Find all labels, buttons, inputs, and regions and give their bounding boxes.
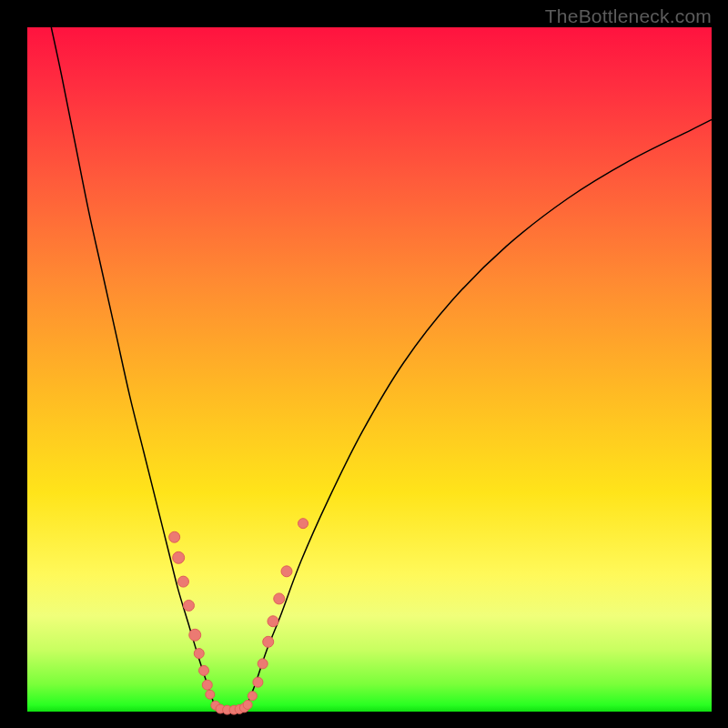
data-point bbox=[253, 677, 263, 687]
data-point-group bbox=[169, 519, 308, 714]
chart-container: TheBottleneck.com bbox=[0, 0, 728, 728]
data-point bbox=[177, 576, 188, 587]
data-point bbox=[189, 629, 201, 641]
data-point bbox=[173, 551, 185, 563]
data-point bbox=[263, 636, 274, 647]
plot-area bbox=[27, 27, 712, 712]
data-point bbox=[258, 659, 268, 669]
bottleneck-curve-svg bbox=[27, 27, 712, 712]
data-point bbox=[243, 700, 252, 709]
data-point bbox=[206, 690, 215, 699]
data-point bbox=[248, 692, 257, 701]
data-point bbox=[194, 649, 204, 659]
data-point bbox=[169, 531, 180, 542]
data-point bbox=[183, 600, 194, 611]
data-point bbox=[274, 593, 285, 604]
data-point bbox=[202, 680, 212, 690]
data-point bbox=[298, 519, 308, 529]
curve-right-branch bbox=[246, 120, 712, 709]
data-point bbox=[281, 566, 292, 577]
watermark-text: TheBottleneck.com bbox=[545, 5, 712, 27]
data-point bbox=[199, 665, 209, 675]
data-point bbox=[268, 616, 278, 627]
